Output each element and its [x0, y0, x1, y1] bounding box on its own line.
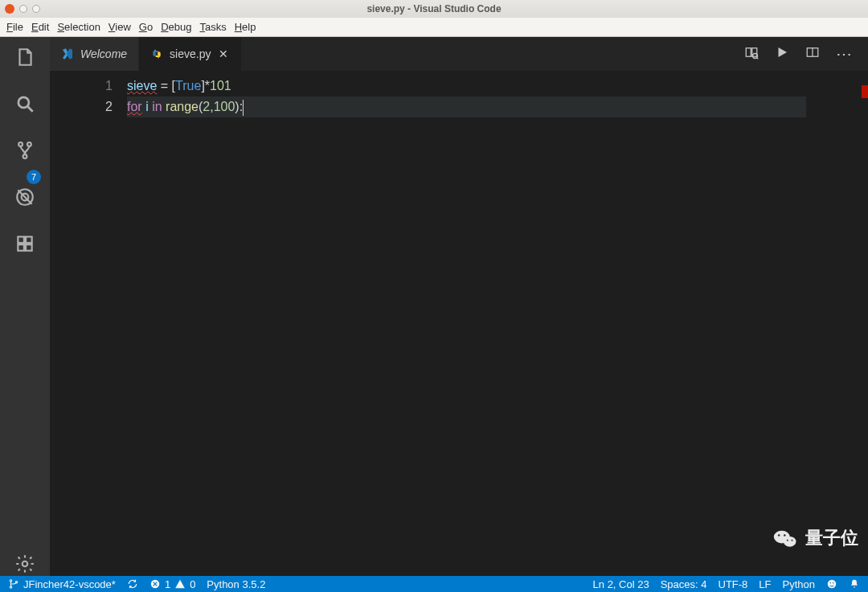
- menu-edit[interactable]: Edit: [31, 21, 49, 33]
- debug-icon[interactable]: [13, 185, 37, 209]
- svg-point-0: [18, 97, 29, 108]
- svg-point-23: [778, 534, 780, 536]
- svg-point-2: [18, 142, 23, 146]
- vscode-icon: [61, 47, 74, 60]
- svg-rect-10: [18, 245, 24, 251]
- svg-point-34: [829, 582, 831, 584]
- overview-ruler[interactable]: [858, 71, 868, 576]
- search-icon[interactable]: [13, 92, 37, 116]
- svg-point-13: [154, 50, 155, 51]
- menu-file[interactable]: File: [6, 21, 23, 33]
- status-feedback[interactable]: [826, 578, 837, 590]
- more-icon[interactable]: ⋯: [836, 44, 854, 64]
- source-control-icon[interactable]: [13, 138, 37, 162]
- activity-bar: 7: [0, 37, 50, 576]
- files-icon[interactable]: [13, 45, 37, 69]
- svg-line-6: [18, 190, 31, 204]
- extensions-icon[interactable]: [13, 232, 37, 256]
- tab-label: sieve.py: [170, 47, 211, 60]
- maximize-icon[interactable]: [32, 5, 40, 13]
- line-number: 1: [50, 76, 113, 97]
- error-marker-icon[interactable]: [862, 85, 868, 98]
- svg-point-24: [784, 534, 786, 536]
- minimize-icon[interactable]: [19, 5, 27, 13]
- status-position[interactable]: Ln 2, Col 23: [593, 578, 649, 590]
- svg-point-12: [23, 561, 28, 567]
- code-line[interactable]: for i in range(2,100):: [127, 97, 806, 117]
- close-icon[interactable]: [5, 4, 14, 14]
- menu-selection[interactable]: Selection: [57, 21, 100, 33]
- watermark-text: 量子位: [805, 528, 858, 549]
- window-titlebar: sieve.py - Visual Studio Code: [0, 0, 868, 18]
- svg-rect-8: [18, 236, 24, 243]
- svg-point-35: [833, 582, 834, 584]
- svg-line-18: [756, 57, 758, 59]
- workbench: 7 Welcome sieve.py ✕: [0, 37, 868, 576]
- menu-debug[interactable]: Debug: [161, 21, 191, 33]
- close-icon[interactable]: ✕: [217, 47, 230, 60]
- svg-point-14: [158, 57, 158, 58]
- status-encoding[interactable]: UTF-8: [719, 578, 748, 590]
- menubar: File Edit Selection View Go Debug Tasks …: [0, 18, 868, 37]
- status-bar: JFincher42-vscode* 1 0 Python 3.5.2 Ln 2…: [0, 576, 868, 592]
- status-branch[interactable]: JFincher42-vscode*: [8, 578, 116, 590]
- status-problems[interactable]: 1 0: [149, 578, 195, 590]
- line-number: 2: [50, 97, 113, 117]
- scm-badge: 7: [27, 170, 41, 184]
- code[interactable]: sieve = [True]*101 for i in range(2,100)…: [127, 71, 806, 576]
- run-icon[interactable]: [775, 45, 789, 63]
- menu-go[interactable]: Go: [139, 21, 153, 33]
- wechat-icon: [772, 524, 799, 552]
- editor-area: Welcome sieve.py ✕ ⋯ 1 2: [50, 37, 868, 576]
- code-line[interactable]: sieve = [True]*101: [127, 76, 806, 97]
- svg-point-33: [828, 580, 837, 589]
- tab-welcome[interactable]: Welcome: [50, 37, 139, 71]
- svg-rect-9: [26, 236, 32, 243]
- minimap[interactable]: [806, 71, 858, 576]
- split-editor-icon[interactable]: [805, 45, 820, 63]
- status-eol[interactable]: LF: [759, 578, 771, 590]
- svg-point-25: [787, 540, 788, 541]
- svg-rect-15: [746, 48, 751, 57]
- svg-rect-11: [26, 245, 32, 251]
- svg-point-22: [784, 536, 796, 547]
- tab-sievepy[interactable]: sieve.py ✕: [139, 37, 242, 71]
- python-icon: [150, 47, 163, 60]
- svg-line-1: [28, 107, 33, 112]
- gear-icon[interactable]: [13, 552, 37, 576]
- tabs-actions: ⋯: [744, 37, 868, 71]
- svg-point-26: [792, 540, 793, 541]
- menu-help[interactable]: Help: [235, 21, 256, 33]
- menu-tasks[interactable]: Tasks: [199, 21, 226, 33]
- status-sync[interactable]: [127, 578, 138, 590]
- window-title: sieve.py - Visual Studio Code: [0, 3, 868, 14]
- menu-view[interactable]: View: [108, 21, 131, 33]
- split-diff-icon[interactable]: [744, 45, 759, 63]
- status-spaces[interactable]: Spaces: 4: [661, 578, 707, 590]
- watermark: 量子位: [772, 524, 858, 552]
- svg-point-4: [23, 154, 27, 158]
- svg-point-28: [10, 586, 11, 588]
- status-bell[interactable]: [849, 578, 860, 590]
- svg-point-3: [27, 142, 31, 146]
- gutter: 1 2: [50, 71, 127, 576]
- status-python[interactable]: Python 3.5.2: [207, 578, 265, 590]
- editor[interactable]: 1 2 sieve = [True]*101 for i in range(2,…: [50, 71, 868, 576]
- tab-label: Welcome: [80, 47, 127, 60]
- svg-point-27: [10, 580, 11, 582]
- status-language[interactable]: Python: [783, 578, 815, 590]
- tabs-bar: Welcome sieve.py ✕ ⋯: [50, 37, 868, 71]
